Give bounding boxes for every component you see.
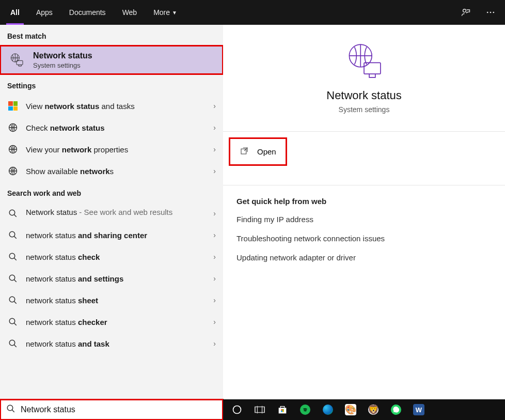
svg-point-14 — [9, 318, 15, 324]
help-header: Get quick help from web — [236, 197, 492, 206]
taskbar: 🎨 🦁 W — [223, 399, 505, 420]
network-tile-icon — [7, 100, 19, 112]
search-filter-tabs: All Apps Documents Web More ▼ — [0, 0, 505, 25]
taskbar-spotify-icon[interactable] — [294, 399, 316, 420]
web-item-and-task[interactable]: network status and task › — [0, 333, 223, 354]
best-match-subtitle: System settings — [33, 61, 92, 69]
chevron-right-icon: › — [213, 296, 216, 304]
globe-icon — [7, 122, 19, 133]
svg-rect-25 — [282, 411, 284, 412]
help-link-adapter[interactable]: Updating network adapter or driver — [236, 253, 492, 262]
taskbar-whatsapp-icon[interactable] — [385, 399, 407, 420]
svg-point-12 — [9, 275, 15, 281]
chevron-right-icon: › — [213, 231, 216, 239]
taskbar-edge-icon[interactable] — [317, 399, 339, 420]
tab-label: Documents — [69, 8, 106, 17]
chevron-right-icon: › — [213, 209, 216, 217]
tab-label: All — [10, 8, 20, 17]
globe-icon — [7, 165, 19, 177]
settings-item-view-tasks[interactable]: View network status and tasks › — [0, 95, 223, 117]
search-web-header: Search work and web — [0, 182, 223, 203]
tab-more[interactable]: More ▼ — [145, 0, 185, 25]
svg-rect-24 — [281, 411, 282, 412]
settings-item-label: Check network status — [26, 123, 105, 132]
svg-point-3 — [493, 12, 495, 13]
tab-apps[interactable]: Apps — [28, 0, 61, 25]
open-icon — [240, 146, 249, 157]
tab-documents[interactable]: Documents — [61, 0, 114, 25]
svg-point-13 — [9, 297, 15, 302]
taskbar-store-icon[interactable] — [272, 399, 293, 420]
best-match-title: Network status — [33, 51, 92, 60]
chevron-right-icon: › — [213, 145, 216, 153]
settings-header: Settings — [0, 74, 223, 95]
help-link-ip[interactable]: Finding my IP address — [236, 215, 492, 224]
best-match-item[interactable]: Network status System settings — [0, 45, 223, 74]
chevron-right-icon: › — [213, 339, 216, 348]
search-icon — [7, 251, 19, 262]
settings-item-check-status[interactable]: Check network status › — [0, 117, 223, 138]
settings-item-view-properties[interactable]: View your network properties › — [0, 138, 223, 160]
tab-web[interactable]: Web — [114, 0, 146, 25]
web-item-label: network status sheet — [26, 296, 98, 305]
result-detail-pane: Network status System settings Open Get … — [223, 25, 505, 399]
web-item-label: network status checker — [26, 318, 107, 326]
settings-item-show-networks[interactable]: Show available networks › — [0, 160, 223, 182]
web-item-check[interactable]: network status check › — [0, 246, 223, 268]
taskbar-word-icon[interactable]: W — [408, 399, 430, 420]
taskbar-paint-icon[interactable]: 🎨 — [340, 399, 361, 420]
taskbar-cortana-icon[interactable] — [226, 399, 248, 420]
chevron-right-icon: › — [213, 167, 216, 175]
svg-point-9 — [9, 210, 15, 215]
chevron-right-icon: › — [213, 274, 216, 283]
search-input[interactable] — [21, 405, 217, 414]
open-label: Open — [257, 147, 276, 156]
settings-item-label: View network status and tasks — [26, 102, 135, 111]
search-icon — [7, 273, 19, 284]
web-item-label: network status and sharing center — [26, 231, 147, 240]
web-item-sheet[interactable]: network status sheet › — [0, 289, 223, 311]
web-item-label: network status and settings — [26, 274, 123, 283]
separator — [223, 131, 505, 132]
chevron-down-icon: ▼ — [172, 10, 177, 15]
web-item-checker[interactable]: network status checker › — [0, 311, 223, 333]
search-box[interactable] — [0, 399, 223, 420]
svg-rect-21 — [255, 407, 264, 413]
detail-subtitle: System settings — [233, 105, 495, 114]
web-item-label: network status and task — [26, 339, 109, 348]
search-icon — [7, 208, 19, 219]
open-button[interactable]: Open — [230, 139, 286, 164]
tab-label: Web — [122, 8, 137, 17]
svg-point-11 — [9, 253, 15, 259]
feedback-icon[interactable] — [453, 0, 478, 25]
svg-point-0 — [463, 9, 466, 12]
chevron-right-icon: › — [213, 123, 216, 132]
svg-rect-22 — [281, 409, 282, 411]
web-item-and-settings[interactable]: network status and settings › — [0, 268, 223, 289]
web-item-sharing-center[interactable]: network status and sharing center › — [0, 224, 223, 246]
taskbar-taskview-icon[interactable] — [249, 399, 271, 420]
svg-point-20 — [233, 406, 241, 414]
search-icon — [7, 294, 19, 306]
chevron-right-icon: › — [213, 318, 216, 326]
svg-point-1 — [487, 12, 488, 13]
globe-icon — [7, 144, 19, 155]
best-match-header: Best match — [0, 25, 223, 45]
web-item-see-results[interactable]: Network status - See work and web result… — [0, 203, 223, 224]
tab-label: Apps — [36, 8, 53, 17]
search-icon — [7, 316, 19, 328]
more-options-icon[interactable] — [478, 0, 503, 25]
help-link-troubleshoot[interactable]: Troubleshooting network connection issue… — [236, 234, 492, 243]
search-icon — [7, 229, 19, 241]
settings-item-label: View your network properties — [26, 145, 128, 154]
search-icon — [6, 404, 15, 415]
chevron-right-icon: › — [213, 253, 216, 261]
tab-all[interactable]: All — [2, 0, 28, 25]
taskbar-brave-icon[interactable]: 🦁 — [362, 399, 384, 420]
search-icon — [7, 338, 19, 349]
detail-title: Network status — [233, 89, 495, 102]
svg-point-2 — [490, 12, 492, 13]
results-list: Best match Network status System setting… — [0, 25, 223, 399]
globe-monitor-large-icon — [342, 39, 386, 83]
tab-label: More — [153, 8, 170, 17]
